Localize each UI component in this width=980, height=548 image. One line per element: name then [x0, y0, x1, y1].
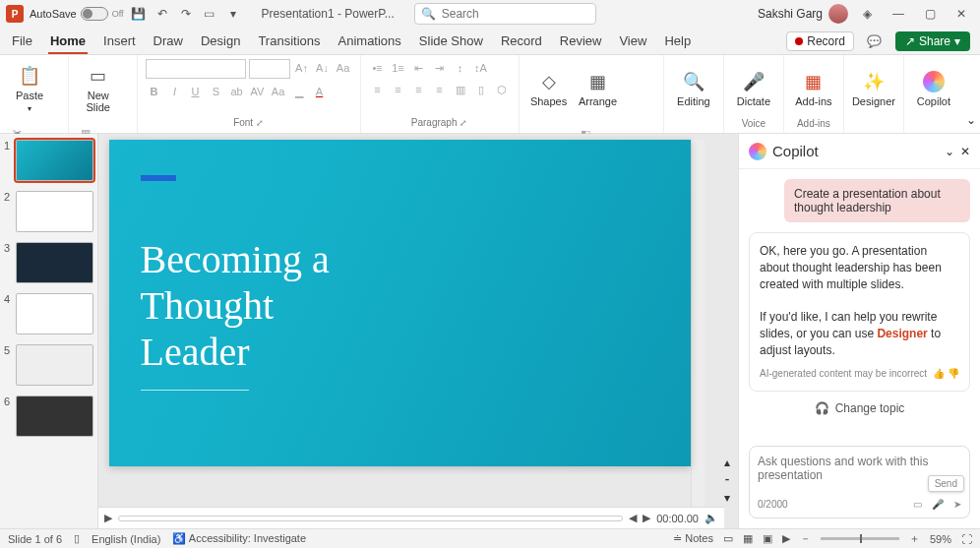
autosave-toggle[interactable]	[81, 7, 108, 21]
thumbs-up-icon[interactable]: 👍	[933, 368, 945, 379]
bold-icon[interactable]: B	[146, 83, 163, 100]
undo-icon[interactable]: ↶	[153, 5, 171, 23]
ribbon-collapse-icon[interactable]: ⌄	[963, 55, 980, 133]
strike-icon[interactable]: S	[208, 83, 225, 100]
tab-record[interactable]: Record	[499, 30, 544, 54]
underline-icon[interactable]: U	[187, 83, 205, 100]
thumbnail-1[interactable]: 1	[4, 140, 93, 181]
thumbnail-2[interactable]: 2	[4, 191, 93, 232]
new-slide-button[interactable]: ▭New Slide	[77, 59, 120, 118]
indent-inc-icon[interactable]: ⇥	[431, 59, 449, 77]
text-direction-icon[interactable]: ↕A	[472, 59, 490, 77]
tab-review[interactable]: Review	[558, 30, 604, 54]
shadow-icon[interactable]: ab	[228, 83, 246, 100]
diamond-icon[interactable]: ◈	[854, 1, 880, 27]
view-slideshow-icon[interactable]: ▶	[782, 532, 790, 545]
tab-help[interactable]: Help	[662, 30, 693, 54]
mute-icon[interactable]: 🔈	[704, 512, 718, 524]
nav-sep-icon[interactable]: ⁃	[724, 473, 738, 487]
font-size-select[interactable]	[249, 59, 290, 79]
font-family-select[interactable]	[146, 59, 246, 79]
prev-icon[interactable]: ◀	[629, 512, 637, 524]
play-icon[interactable]: ▶	[104, 512, 112, 524]
tab-design[interactable]: Design	[199, 30, 242, 54]
language[interactable]: English (India)	[92, 533, 160, 545]
justify-icon[interactable]: ≡	[431, 81, 449, 98]
line-spacing-icon[interactable]: ↕	[452, 59, 469, 77]
zoom-slider[interactable]	[821, 537, 899, 540]
copilot-expand-icon[interactable]: ⌄	[945, 145, 954, 158]
view-normal-icon[interactable]: ▭	[723, 532, 733, 545]
share-button[interactable]: ↗ Share ▾	[895, 31, 970, 51]
minimize-icon[interactable]: ―	[886, 1, 911, 27]
account[interactable]: Sakshi Garg	[758, 4, 848, 24]
tab-draw[interactable]: Draw	[152, 30, 185, 54]
slide-title[interactable]: Becoming aThoughtLeader	[141, 236, 691, 376]
document-title[interactable]: Presentation1 - PowerP...	[262, 7, 395, 21]
tab-view[interactable]: View	[617, 30, 648, 54]
numbering-icon[interactable]: 1≡	[390, 59, 407, 77]
editing-button[interactable]: 🔍Editing	[672, 59, 715, 118]
align-right-icon[interactable]: ≡	[410, 81, 428, 98]
tab-insert[interactable]: Insert	[101, 30, 138, 54]
shapes-button[interactable]: ◇Shapes	[527, 59, 571, 118]
view-reading-icon[interactable]: ▣	[763, 532, 772, 545]
case-icon[interactable]: Aa	[270, 83, 287, 100]
paste-button[interactable]: 📋Paste▾	[8, 59, 51, 118]
view-sorter-icon[interactable]: ▦	[743, 532, 753, 545]
playback-track[interactable]	[118, 516, 623, 521]
mic-input-icon[interactable]: 🎤	[932, 499, 944, 510]
autosave[interactable]: AutoSave Off	[30, 7, 124, 21]
indent-dec-icon[interactable]: ⇤	[410, 59, 428, 77]
maximize-icon[interactable]: ▢	[917, 1, 943, 27]
qat-overflow-icon[interactable]: ▾	[224, 5, 242, 23]
fit-icon[interactable]: ⛶	[961, 533, 972, 545]
font-launcher-icon[interactable]: ⤢	[256, 118, 264, 128]
copilot-button[interactable]: Copilot	[912, 59, 955, 118]
accessibility[interactable]: ♿ Accessibility: Investigate	[172, 532, 306, 545]
designer-link[interactable]: Designer	[877, 327, 927, 340]
copilot-input[interactable]: 0/2000 ▭ 🎤 Send➤	[749, 446, 970, 518]
search-field[interactable]: 🔍	[414, 3, 596, 25]
next-icon[interactable]: ▶	[643, 512, 650, 524]
zoom-percent[interactable]: 59%	[930, 533, 951, 545]
thumbnail-4[interactable]: 4	[4, 293, 93, 335]
present-icon[interactable]: ▭	[201, 5, 218, 23]
notes-toggle[interactable]: ≐ Notes	[673, 532, 713, 545]
tab-file[interactable]: File	[10, 30, 34, 54]
redo-icon[interactable]: ↷	[177, 5, 195, 23]
designer-button[interactable]: ✨Designer	[852, 59, 895, 118]
align-text-icon[interactable]: ▯	[472, 81, 490, 98]
slide-position[interactable]: Slide 1 of 6	[8, 533, 62, 545]
italic-icon[interactable]: I	[166, 83, 184, 100]
save-icon[interactable]: 💾	[130, 5, 148, 23]
columns-icon[interactable]: ▥	[452, 81, 469, 98]
record-button[interactable]: Record	[786, 31, 854, 51]
tab-slideshow[interactable]: Slide Show	[417, 30, 485, 54]
font-color-icon[interactable]: A	[311, 83, 329, 100]
copilot-close-icon[interactable]: ✕	[960, 145, 970, 158]
thumbnail-6[interactable]: 6	[4, 396, 93, 437]
change-topic-button[interactable]: 🎧Change topic	[749, 401, 970, 415]
clear-format-icon[interactable]: Aa	[335, 59, 352, 77]
tab-transitions[interactable]: Transitions	[256, 30, 322, 54]
spacing-icon[interactable]: AV	[249, 83, 267, 100]
comments-icon[interactable]: 💬	[862, 29, 888, 54]
smartart-icon[interactable]: ⬡	[493, 81, 511, 98]
thumbnail-pane[interactable]: 1 2 3 4 5 6	[0, 134, 98, 528]
tab-animations[interactable]: Animations	[337, 30, 403, 54]
slide-canvas[interactable]: Becoming aThoughtLeader	[109, 140, 691, 466]
zoom-out-icon[interactable]: －	[800, 531, 811, 546]
align-left-icon[interactable]: ≡	[369, 81, 387, 98]
dictate-button[interactable]: 🎤Dictate	[732, 59, 775, 118]
arrange-button[interactable]: ▦Arrange	[577, 59, 620, 118]
highlight-icon[interactable]: ▁	[290, 83, 308, 100]
align-center-icon[interactable]: ≡	[390, 81, 407, 98]
close-icon[interactable]: ✕	[949, 1, 974, 27]
decrease-font-icon[interactable]: A↓	[314, 59, 332, 77]
vertical-scrollbar[interactable]	[691, 140, 704, 507]
status-book-icon[interactable]: ▯	[74, 532, 80, 545]
attach-icon[interactable]: ▭	[913, 499, 922, 510]
nav-up-icon[interactable]: ▴	[724, 456, 738, 469]
zoom-in-icon[interactable]: ＋	[909, 531, 920, 546]
